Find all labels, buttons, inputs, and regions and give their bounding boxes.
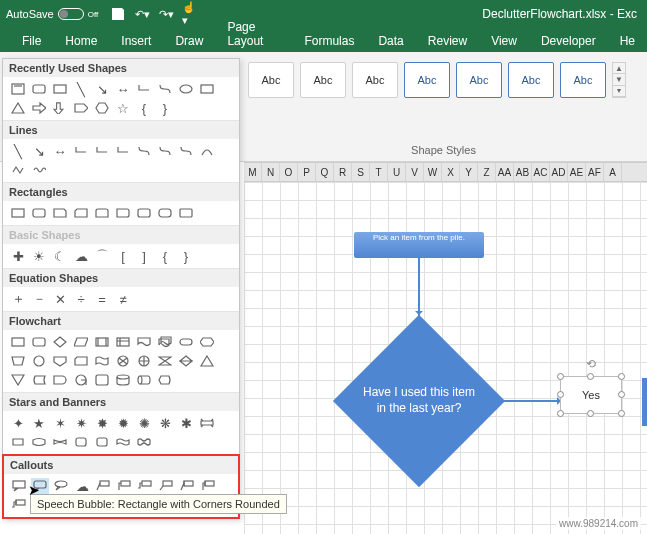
col-header[interactable]: M	[244, 163, 262, 181]
col-header[interactable]: O	[280, 163, 298, 181]
fc-tape-icon[interactable]	[93, 353, 111, 369]
redo-icon[interactable]: ↷▾	[158, 6, 174, 22]
fc-sum-icon[interactable]	[114, 353, 132, 369]
bracket2-icon[interactable]: ]	[135, 248, 153, 264]
touch-mode-icon[interactable]: ☝▾	[182, 6, 198, 22]
worksheet-grid[interactable]: Pick an item from the pile. Have I used …	[244, 182, 647, 534]
selection-handle[interactable]	[557, 410, 564, 417]
eq-equals-icon[interactable]: =	[93, 291, 111, 307]
fc-multi-icon[interactable]	[156, 334, 174, 350]
line5-icon[interactable]	[93, 143, 111, 159]
ribbon1-icon[interactable]	[198, 415, 216, 431]
brace2-icon[interactable]: }	[177, 248, 195, 264]
fc-term-icon[interactable]	[177, 334, 195, 350]
fc-prep-icon[interactable]	[198, 334, 216, 350]
eq-noteq-icon[interactable]: ≠	[114, 291, 132, 307]
arrow-line-icon[interactable]: ↘	[93, 81, 111, 97]
fc-connector-icon[interactable]	[30, 353, 48, 369]
arc-icon[interactable]: ⌒	[93, 248, 111, 264]
eq-minus-icon[interactable]: －	[30, 291, 48, 307]
tab-view[interactable]: View	[479, 30, 529, 52]
style-preset-6[interactable]: Abc	[508, 62, 554, 98]
star-icon[interactable]: ☆	[114, 100, 132, 116]
rect-i-icon[interactable]	[177, 205, 195, 221]
col-header[interactable]: V	[406, 163, 424, 181]
rectangle-icon[interactable]	[51, 81, 69, 97]
selection-handle[interactable]	[557, 391, 564, 398]
style-preset-3[interactable]: Abc	[352, 62, 398, 98]
scroll1-icon[interactable]	[72, 434, 90, 450]
fc-direct-icon[interactable]	[135, 372, 153, 388]
line6-icon[interactable]	[114, 143, 132, 159]
oval-icon[interactable]	[177, 81, 195, 97]
callout-accent3-icon[interactable]	[10, 497, 28, 513]
col-header[interactable]: X	[442, 163, 460, 181]
rect2-icon[interactable]	[198, 81, 216, 97]
gallery-scroll[interactable]: ▲▼▾	[612, 62, 626, 98]
fc-predef-icon[interactable]	[93, 334, 111, 350]
rect-g-icon[interactable]	[135, 205, 153, 221]
rotate-handle-icon[interactable]: ⟲	[586, 357, 596, 371]
tab-help[interactable]: He	[608, 30, 647, 52]
callout-cloud-icon[interactable]: ☁	[73, 478, 91, 494]
star12-icon[interactable]: ✹	[114, 415, 132, 431]
fc-stored-icon[interactable]	[30, 372, 48, 388]
fc-manual-icon[interactable]	[9, 353, 27, 369]
col-header[interactable]: Y	[460, 163, 478, 181]
flowchart-next-box[interactable]	[642, 378, 647, 426]
col-header[interactable]: Q	[316, 163, 334, 181]
star4-icon[interactable]: ✦	[9, 415, 27, 431]
down-arrow-icon[interactable]	[51, 100, 69, 116]
fc-delay-icon[interactable]	[51, 372, 69, 388]
star8-icon[interactable]: ✸	[93, 415, 111, 431]
line3-icon[interactable]: ↔	[51, 143, 69, 159]
callout-line3-icon[interactable]	[136, 478, 154, 494]
line2-icon[interactable]: ↘	[30, 143, 48, 159]
tab-home[interactable]: Home	[53, 30, 109, 52]
fc-alt-icon[interactable]	[30, 334, 48, 350]
star5-icon[interactable]: ★	[30, 415, 48, 431]
fc-disk-icon[interactable]	[114, 372, 132, 388]
selection-handle[interactable]	[557, 373, 564, 380]
scroll-up-icon[interactable]: ▲	[613, 63, 625, 74]
callout-accent2-icon[interactable]	[199, 478, 217, 494]
col-header[interactable]: A	[604, 163, 622, 181]
star24-icon[interactable]: ❋	[156, 415, 174, 431]
callout-accent1-icon[interactable]	[178, 478, 196, 494]
ribbon4-icon[interactable]	[51, 434, 69, 450]
selection-handle[interactable]	[618, 391, 625, 398]
col-header[interactable]: AB	[514, 163, 532, 181]
fc-mag-icon[interactable]	[93, 372, 111, 388]
flowchart-yes-callout[interactable]: ⟲ Yes	[560, 376, 622, 414]
autosave-switch[interactable]	[58, 8, 84, 20]
col-header[interactable]: AC	[532, 163, 550, 181]
rect-b-icon[interactable]	[30, 205, 48, 221]
fc-doc-icon[interactable]	[135, 334, 153, 350]
rect-f-icon[interactable]	[114, 205, 132, 221]
fc-process-icon[interactable]	[9, 334, 27, 350]
rect-e-icon[interactable]	[93, 205, 111, 221]
callout-line1-icon[interactable]	[94, 478, 112, 494]
flowchart-decision-diamond[interactable]: Have I used this item in the last year?	[332, 314, 506, 488]
fc-or-icon[interactable]	[135, 353, 153, 369]
fc-decision-icon[interactable]	[51, 334, 69, 350]
fc-internal-icon[interactable]	[114, 334, 132, 350]
plus-icon[interactable]: ✚	[9, 248, 27, 264]
style-preset-7[interactable]: Abc	[560, 62, 606, 98]
ribbon3-icon[interactable]	[30, 434, 48, 450]
shape-styles-gallery[interactable]: Abc Abc Abc Abc Abc Abc Abc ▲▼▾	[244, 56, 643, 104]
autosave-toggle[interactable]: AutoSave Off	[6, 8, 98, 20]
bracket1-icon[interactable]: [	[114, 248, 132, 264]
hexagon-icon[interactable]	[93, 100, 111, 116]
elbow-connector-icon[interactable]	[135, 81, 153, 97]
tab-draw[interactable]: Draw	[163, 30, 215, 52]
eq-div-icon[interactable]: ÷	[72, 291, 90, 307]
line9-icon[interactable]	[177, 143, 195, 159]
callout-oval-icon[interactable]	[52, 478, 70, 494]
callout-line2-icon[interactable]	[115, 478, 133, 494]
col-header[interactable]: AA	[496, 163, 514, 181]
sun-icon[interactable]: ☀	[30, 248, 48, 264]
star16-icon[interactable]: ✺	[135, 415, 153, 431]
save-icon[interactable]	[110, 6, 126, 22]
line1-icon[interactable]: ╲	[9, 143, 27, 159]
